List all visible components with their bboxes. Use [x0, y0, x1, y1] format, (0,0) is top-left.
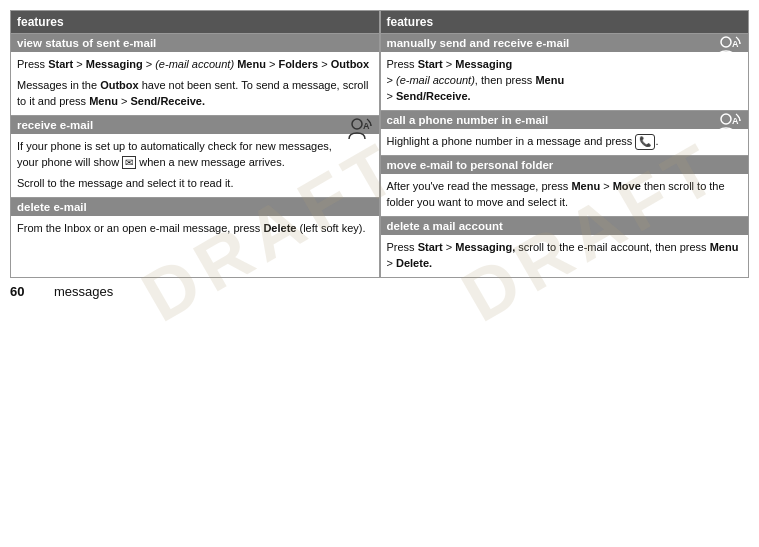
section-delete-account: delete a mail account Press Start > Mess… [381, 217, 749, 277]
main-content: features view status of sent e-mail Pres… [10, 10, 749, 278]
bold-delete2: Delete. [396, 257, 432, 269]
section-body-view-status: Press Start > Messaging > (e-mail accoun… [11, 52, 379, 115]
phone-button-symbol: 📞 [635, 134, 655, 151]
svg-point-2 [721, 37, 731, 47]
section-call-phone: call a phone number in e-mail A Highligh… [381, 111, 749, 157]
view-status-para2: Messages in the Outbox have not been sen… [17, 78, 373, 110]
bold-messaging3: Messaging, [455, 241, 515, 253]
bold-messaging2: Messaging [455, 58, 512, 70]
envelope-symbol: ✉ [122, 156, 136, 169]
page-container: DRAFT DRAFT features view status of sent… [10, 10, 749, 301]
left-column-header: features [11, 11, 379, 34]
section-manually-send: manually send and receive e-mail A Press… [381, 34, 749, 111]
bold-outbox2: Outbox [100, 79, 139, 91]
section-header-receive-email: receive e-mail A [11, 116, 379, 134]
bold-sendreceive1: Send/Receive. [130, 95, 205, 107]
bold-messaging1: Messaging [86, 58, 143, 70]
italic-account1: (e-mail account) [155, 58, 234, 70]
section-view-status: view status of sent e-mail Press Start >… [11, 34, 379, 116]
bold-menu4: Menu [571, 180, 600, 192]
section-body-call-phone: Highlight a phone number in a message an… [381, 129, 749, 156]
italic-account2: (e-mail account) [396, 74, 475, 86]
delete-email-para1: From the Inbox or an open e-mail message… [17, 221, 373, 237]
person-with-signal-icon3: A [716, 112, 742, 138]
receive-email-icon: A [347, 117, 373, 145]
bold-outbox: Outbox [331, 58, 370, 70]
call-phone-icon: A [716, 112, 742, 140]
svg-point-0 [352, 119, 362, 129]
bold-menu1: Menu [237, 58, 266, 70]
section-header-move-email: move e-mail to personal folder [381, 156, 749, 174]
receive-email-para1: If your phone is set up to automatically… [17, 139, 373, 171]
person-with-signal-icon: A [347, 117, 373, 143]
bold-start2: Start [418, 58, 443, 70]
manually-send-para1: Press Start > Messaging> (e-mail account… [387, 57, 743, 105]
section-body-receive-email: If your phone is set up to automatically… [11, 134, 379, 197]
section-delete-email: delete e-mail From the Inbox or an open … [11, 198, 379, 242]
delete-account-para1: Press Start > Messaging, scroll to the e… [387, 240, 743, 272]
manually-send-icon: A [716, 35, 742, 63]
bold-delete: Delete [263, 222, 296, 234]
footer: 60 messages [10, 278, 749, 301]
bold-menu3: Menu [535, 74, 564, 86]
bold-move: Move [613, 180, 641, 192]
view-status-para1: Press Start > Messaging > (e-mail accoun… [17, 57, 373, 73]
svg-text:A: A [363, 121, 370, 131]
page-label: messages [54, 284, 113, 299]
bold-menu5: Menu [710, 241, 739, 253]
bold-start3: Start [418, 241, 443, 253]
svg-point-4 [721, 114, 731, 124]
section-body-manually-send: Press Start > Messaging> (e-mail account… [381, 52, 749, 110]
section-body-move-email: After you've read the message, press Men… [381, 174, 749, 216]
section-header-view-status: view status of sent e-mail [11, 34, 379, 52]
svg-text:A: A [732, 116, 739, 126]
page-number: 60 [10, 284, 34, 299]
receive-email-para2: Scroll to the message and select it to r… [17, 176, 373, 192]
right-column: features manually send and receive e-mai… [380, 10, 750, 278]
move-email-para1: After you've read the message, press Men… [387, 179, 743, 211]
bold-start1: Start [48, 58, 73, 70]
bold-menu2: Menu [89, 95, 118, 107]
section-receive-email: receive e-mail A If your phone is set up… [11, 116, 379, 198]
person-with-signal-icon2: A [716, 35, 742, 61]
right-column-header: features [381, 11, 749, 34]
section-header-delete-email: delete e-mail [11, 198, 379, 216]
svg-text:A: A [732, 39, 739, 49]
left-column: features view status of sent e-mail Pres… [10, 10, 380, 278]
call-phone-para1: Highlight a phone number in a message an… [387, 134, 743, 151]
section-header-manually-send: manually send and receive e-mail A [381, 34, 749, 52]
section-body-delete-email: From the Inbox or an open e-mail message… [11, 216, 379, 242]
section-move-email: move e-mail to personal folder After you… [381, 156, 749, 217]
section-body-delete-account: Press Start > Messaging, scroll to the e… [381, 235, 749, 277]
bold-folders: Folders [278, 58, 318, 70]
bold-sendreceive2: Send/Receive. [396, 90, 471, 102]
section-header-call-phone: call a phone number in e-mail A [381, 111, 749, 129]
section-header-delete-account: delete a mail account [381, 217, 749, 235]
